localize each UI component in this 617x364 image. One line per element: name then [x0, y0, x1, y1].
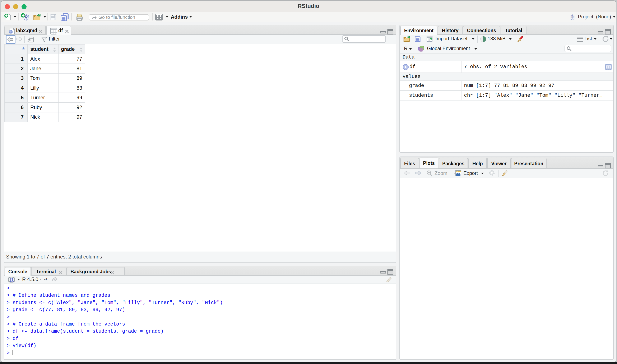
svg-text:R: R — [10, 277, 14, 283]
svg-text:R: R — [571, 15, 574, 19]
